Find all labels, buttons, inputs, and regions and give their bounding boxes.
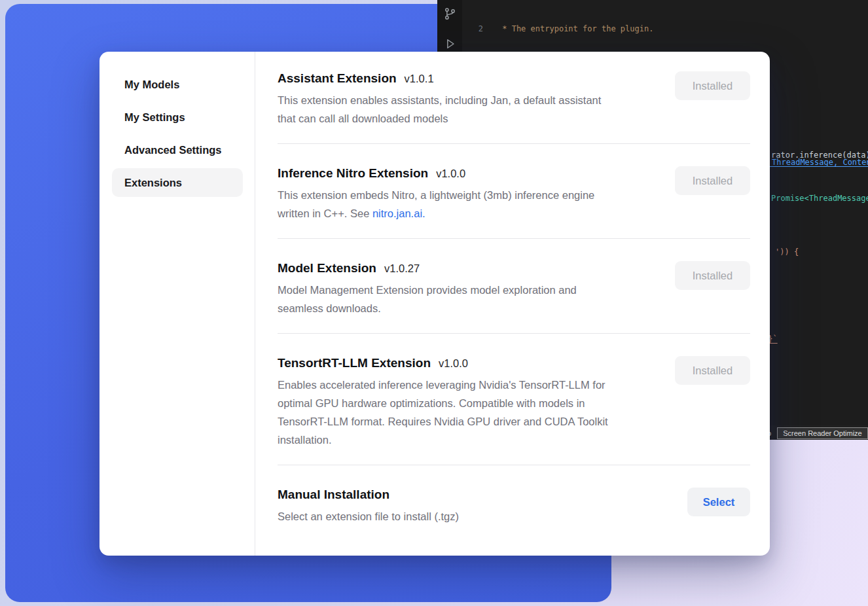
extension-description: Enables accelerated inference leveraging… (278, 376, 675, 449)
extension-section-inference-nitro: Inference Nitro Extension v1.0.0 This ex… (278, 144, 750, 239)
description-line: This extension enables assistants, inclu… (278, 91, 675, 109)
description-line: seamless downloads. (278, 299, 675, 317)
extension-section-tensorrt-llm: TensortRT-LLM Extension v1.0.0 Enables a… (278, 334, 750, 465)
sidebar-item-my-settings[interactable]: My Settings (112, 103, 243, 132)
installed-button[interactable]: Installed (675, 356, 750, 385)
description-line: that can call all downloaded models (278, 109, 675, 128)
settings-sidebar: My Models My Settings Advanced Settings … (99, 52, 255, 556)
manual-installation-section: Manual Installation Select an extension … (278, 465, 750, 541)
installed-button[interactable]: Installed (675, 71, 750, 100)
extension-title: Inference Nitro Extension (278, 166, 428, 181)
description-line: This extension embeds Nitro, a lightweig… (278, 186, 675, 204)
installed-button[interactable]: Installed (675, 166, 750, 195)
sidebar-item-advanced-settings[interactable]: Advanced Settings (112, 135, 243, 164)
description-text: written in C++. See (278, 207, 372, 219)
extension-title: Model Extension (278, 261, 376, 276)
description-line: optimal GPU hardware optimizations. Comp… (278, 394, 675, 412)
settings-modal: My Models My Settings Advanced Settings … (99, 52, 770, 556)
description-line: Model Management Extension provides mode… (278, 281, 675, 299)
description-line: written in C++. See nitro.jan.ai. (278, 204, 675, 223)
manual-installation-description: Select an extension file to install (.tg… (278, 507, 687, 526)
code-text: * The entrypoint for the plugin. (497, 24, 653, 35)
extension-title: TensortRT-LLM Extension (278, 356, 431, 370)
code-fragment-2: Promise<ThreadMessage> (771, 194, 868, 203)
screen: 2 * The entrypoint for the plugin. 3 */ … (0, 0, 868, 606)
extension-section-assistant: Assistant Extension v1.0.1 This extensio… (278, 71, 750, 144)
extension-description: This extension embeds Nitro, a lightweig… (278, 186, 675, 223)
extension-description: Model Management Extension provides mode… (278, 281, 675, 317)
installed-button[interactable]: Installed (675, 261, 750, 290)
screen-reader-chip[interactable]: Screen Reader Optimize (777, 427, 867, 439)
manual-installation-title: Manual Installation (278, 488, 389, 502)
code-fragment-3: ')) { (775, 247, 799, 257)
extensions-list: Assistant Extension v1.0.1 This extensio… (255, 52, 770, 556)
notification-toast: go Screen Reader Optimize (759, 425, 868, 440)
extension-section-model: Model Extension v1.0.27 Model Management… (278, 239, 750, 334)
extension-version: v1.0.0 (439, 357, 468, 370)
select-button[interactable]: Select (687, 488, 750, 516)
description-line: Enables accelerated inference leveraging… (278, 376, 675, 394)
line-number: 2 (462, 24, 483, 35)
sidebar-item-my-models[interactable]: My Models (112, 70, 243, 99)
description-line: installation. (278, 431, 675, 449)
nitro-link[interactable]: nitro.jan.ai. (372, 207, 425, 219)
code-fragment-1: rator.inference(data)); (771, 151, 868, 160)
run-debug-icon[interactable] (443, 37, 457, 51)
extension-title: Assistant Extension (278, 71, 397, 86)
extension-description: This extension enables assistants, inclu… (278, 91, 675, 128)
extension-version: v1.0.1 (405, 73, 434, 85)
source-control-icon[interactable] (443, 7, 457, 21)
extension-version: v1.0.27 (384, 262, 420, 275)
extension-version: v1.0.0 (436, 168, 465, 180)
description-line: TensorRT-LLM format. Requires Nvidia GPU… (278, 412, 675, 431)
description-line: Select an extension file to install (.tg… (278, 507, 687, 526)
sidebar-item-extensions[interactable]: Extensions (112, 168, 243, 197)
code-line: 2 * The entrypoint for the plugin. (462, 24, 868, 35)
